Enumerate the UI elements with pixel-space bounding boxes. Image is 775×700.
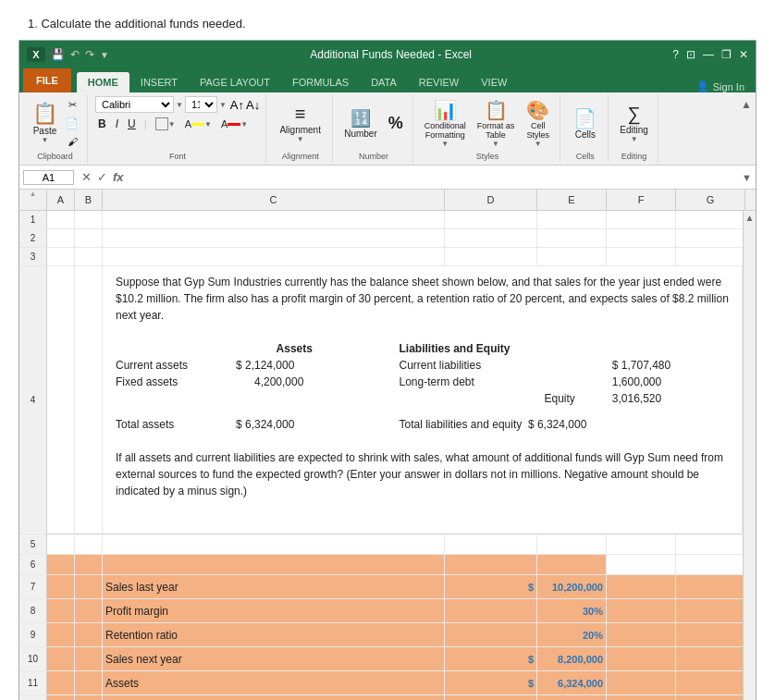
cell-e12-value[interactable]: 1,707,480	[537, 695, 607, 700]
cell-g10[interactable]	[676, 647, 743, 670]
font-size-select[interactable]: 11	[185, 96, 217, 113]
cell-b7[interactable]	[75, 575, 103, 598]
cond-format-expand-icon[interactable]: ▼	[441, 140, 449, 148]
cell-b8[interactable]	[75, 599, 103, 622]
cell-a3[interactable]	[47, 248, 75, 265]
cell-d5[interactable]	[445, 534, 537, 554]
cell-d1[interactable]	[445, 211, 537, 228]
format-painter-button[interactable]: 🖌	[63, 133, 81, 150]
editing-button[interactable]: ∑ Editing ▼	[616, 99, 652, 147]
cell-b3[interactable]	[75, 248, 103, 265]
cell-f9[interactable]	[607, 623, 676, 646]
cell-g5[interactable]	[676, 534, 743, 554]
fill-color-button[interactable]: A ▼	[182, 116, 215, 132]
cell-styles-expand-icon[interactable]: ▼	[535, 140, 542, 148]
number-format-button[interactable]: 🔢 Number	[340, 104, 381, 141]
cell-c6[interactable]	[103, 555, 445, 574]
cell-d12-symbol[interactable]: $	[445, 695, 537, 700]
cell-g8[interactable]	[676, 599, 743, 622]
cell-g3[interactable]	[676, 248, 743, 265]
cell-c9-label[interactable]: Retention ratio	[103, 623, 445, 646]
cell-c3[interactable]	[103, 248, 445, 265]
cell-a5[interactable]	[47, 534, 75, 554]
font-family-select[interactable]: Calibri	[95, 96, 174, 113]
formula-bar-expand-icon[interactable]: ▼	[742, 172, 752, 183]
paste-dropdown-arrow[interactable]: ▼	[42, 136, 49, 144]
cell-c2[interactable]	[103, 229, 445, 247]
fill-color-expand-icon[interactable]: ▼	[204, 120, 212, 129]
cell-f1[interactable]	[607, 211, 676, 228]
italic-button[interactable]: I	[113, 116, 121, 132]
cell-g7[interactable]	[676, 575, 743, 598]
cell-e11-value[interactable]: 6,324,000	[537, 671, 607, 694]
decrease-font-button[interactable]: A↓	[246, 98, 260, 112]
editing-expand-icon[interactable]: ▼	[631, 135, 638, 143]
select-all-button[interactable]: ▲	[19, 190, 46, 198]
cell-f10[interactable]	[607, 647, 676, 670]
cell-g12[interactable]	[676, 695, 743, 700]
tab-formulas[interactable]: FORMULAS	[281, 72, 360, 92]
cell-c11-label[interactable]: Assets	[103, 671, 445, 694]
cell-a2[interactable]	[47, 229, 75, 247]
minimize-button[interactable]: —	[703, 48, 714, 61]
cell-c4-merged[interactable]: Suppose that Gyp Sum Industries currentl…	[103, 266, 743, 534]
cell-f3[interactable]	[607, 248, 676, 265]
cell-b2[interactable]	[75, 229, 103, 247]
cell-c1[interactable]	[103, 211, 445, 228]
vertical-scrollbar[interactable]: ▲ ▼	[743, 211, 756, 700]
conditional-formatting-button[interactable]: 📊 Conditional Formatting ▼	[421, 97, 470, 150]
save-icon[interactable]: 💾	[51, 48, 65, 61]
window-restore-button[interactable]: ⊡	[686, 48, 695, 61]
quick-access-dropdown-icon[interactable]: ▼	[100, 50, 109, 60]
cell-g6[interactable]	[676, 555, 743, 574]
cell-e7-value[interactable]: 10,200,000	[537, 575, 607, 598]
cell-styles-button[interactable]: 🎨 Cell Styles ▼	[522, 97, 554, 150]
tab-home[interactable]: HOME	[77, 72, 129, 92]
cell-a7[interactable]	[47, 575, 75, 598]
copy-button[interactable]: 📄	[63, 115, 81, 131]
scroll-up-button[interactable]: ▲	[745, 213, 755, 223]
bold-button[interactable]: B	[95, 116, 109, 132]
cell-f8[interactable]	[607, 599, 676, 622]
name-box[interactable]	[23, 170, 74, 185]
cell-c5[interactable]	[103, 534, 445, 554]
cell-e9-value[interactable]: 20%	[537, 623, 607, 646]
tab-data[interactable]: DATA	[360, 72, 408, 92]
underline-button[interactable]: U	[125, 116, 139, 132]
formula-cancel-icon[interactable]: ✕	[81, 170, 92, 184]
percent-button[interactable]: %	[385, 104, 407, 141]
cell-a1[interactable]	[47, 211, 75, 228]
tab-review[interactable]: REVIEW	[408, 72, 470, 92]
cell-c12-label[interactable]: Current liabilities	[103, 695, 445, 700]
increase-font-button[interactable]: A↑	[230, 98, 244, 112]
cell-d9-symbol[interactable]	[445, 623, 537, 646]
font-size-expand-icon[interactable]: ▼	[219, 101, 227, 109]
cell-b11[interactable]	[75, 671, 103, 694]
cell-a12[interactable]	[47, 695, 75, 700]
font-color-expand-icon[interactable]: ▼	[240, 120, 248, 129]
cell-d10-symbol[interactable]: $	[445, 647, 537, 670]
cell-g1[interactable]	[676, 211, 743, 228]
cell-c10-label[interactable]: Sales next year	[103, 647, 445, 670]
redo-icon[interactable]: ↷	[85, 48, 94, 61]
cell-b12[interactable]	[75, 695, 103, 700]
cell-e6[interactable]	[537, 555, 607, 574]
cell-g2[interactable]	[676, 229, 743, 247]
cell-c7-label[interactable]: Sales last year	[103, 575, 445, 598]
cell-e3[interactable]	[537, 248, 607, 265]
paste-button[interactable]: 📋 Paste ▼	[29, 100, 61, 146]
font-expand-icon[interactable]: ▼	[176, 101, 183, 109]
cell-d8-symbol[interactable]	[445, 599, 537, 622]
cell-a4[interactable]	[47, 266, 75, 534]
border-button[interactable]: ▼	[153, 116, 178, 132]
cell-b5[interactable]	[75, 534, 103, 554]
font-color-button[interactable]: A ▼	[218, 116, 251, 132]
cell-g11[interactable]	[676, 671, 743, 694]
cell-d3[interactable]	[445, 248, 537, 265]
cell-f11[interactable]	[607, 671, 676, 694]
cell-d6[interactable]	[445, 555, 537, 574]
cell-a11[interactable]	[47, 671, 75, 694]
cells-button[interactable]: 📄 Cells	[570, 99, 600, 147]
cell-e5[interactable]	[537, 534, 607, 554]
format-table-expand-icon[interactable]: ▼	[492, 140, 499, 148]
